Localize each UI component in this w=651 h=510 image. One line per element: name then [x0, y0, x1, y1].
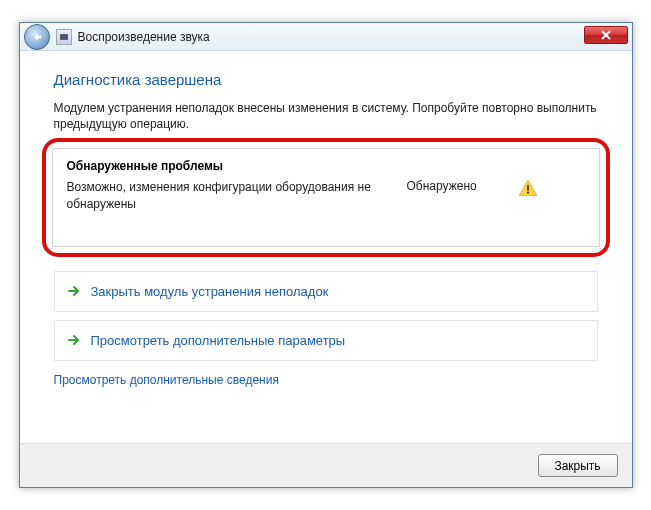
- close-troubleshooter-label: Закрыть модуль устранения неполадок: [91, 284, 329, 299]
- close-button[interactable]: Закрыть: [538, 454, 618, 477]
- advanced-options-link[interactable]: Просмотреть дополнительные параметры: [54, 320, 598, 361]
- app-icon: [56, 29, 72, 45]
- problem-status: Обнаружено: [397, 179, 507, 193]
- svg-rect-3: [527, 185, 529, 191]
- svg-rect-0: [60, 34, 68, 40]
- problems-panel: Обнаруженные проблемы Возможно, изменени…: [52, 148, 600, 246]
- back-arrow-icon: [31, 31, 43, 43]
- back-button[interactable]: [24, 24, 50, 50]
- arrow-right-icon: [67, 333, 81, 347]
- page-heading: Диагностика завершена: [54, 71, 598, 88]
- window-close-button[interactable]: [584, 26, 628, 44]
- close-icon: [601, 30, 611, 40]
- more-info-link[interactable]: Просмотреть дополнительные сведения: [54, 373, 279, 387]
- problem-row: Возможно, изменения конфигурации оборудо…: [67, 179, 585, 211]
- problems-heading: Обнаруженные проблемы: [67, 159, 585, 173]
- titlebar: Воспроизведение звука: [20, 23, 632, 51]
- footer: Закрыть: [20, 443, 632, 487]
- svg-rect-4: [527, 192, 529, 194]
- intro-text: Модулем устранения неполадок внесены изм…: [54, 100, 598, 132]
- warning-icon: [519, 180, 537, 196]
- highlight-frame: Обнаруженные проблемы Возможно, изменени…: [42, 138, 610, 256]
- problem-description: Возможно, изменения конфигурации оборудо…: [67, 179, 397, 211]
- close-troubleshooter-link[interactable]: Закрыть модуль устранения неполадок: [54, 271, 598, 312]
- arrow-right-icon: [67, 284, 81, 298]
- window-title: Воспроизведение звука: [78, 30, 210, 44]
- advanced-options-label: Просмотреть дополнительные параметры: [91, 333, 346, 348]
- content-area: Диагностика завершена Модулем устранения…: [20, 51, 632, 401]
- troubleshooter-window: Воспроизведение звука Диагностика заверш…: [19, 22, 633, 488]
